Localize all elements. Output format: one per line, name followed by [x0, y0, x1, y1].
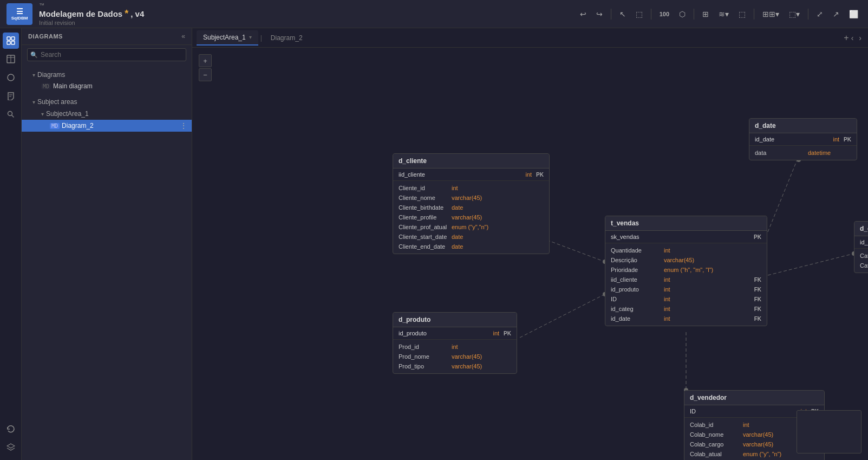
fit-button[interactable]: ⬡: [676, 8, 689, 21]
canvas-tab-subject-area-1[interactable]: SubjectArea_1 ▾: [197, 30, 258, 46]
canvas-tab-diagram-2[interactable]: Diagram_2: [264, 31, 309, 45]
toolbar-separator-4: [754, 9, 754, 20]
canvas-tab-dropdown-icon[interactable]: ▾: [249, 34, 252, 40]
table-row: Prod_idint: [393, 342, 517, 352]
tree-item-label-main: Main diagram: [53, 82, 187, 90]
select-button[interactable]: ⬚: [632, 8, 646, 21]
table-row: Cliente_nomevarchar(45): [393, 193, 549, 203]
tree-section-header-subject-areas[interactable]: ▾ Subject areas: [22, 96, 192, 108]
table-row: Cliente_profilevarchar(45): [393, 212, 549, 222]
table-header-d-date: d_date: [749, 119, 857, 133]
app-logo-icon: ☰: [16, 8, 23, 15]
tree-item-main-diagram[interactable]: MD Main diagram: [22, 81, 192, 92]
share-button[interactable]: ↗: [830, 8, 843, 21]
table-row: Prioridadeenum ("h", "m", "l"): [605, 265, 767, 275]
main-content: DIAGRAMS « 🔍 ▾ Diagrams MD: [0, 28, 868, 460]
app-logo-label: SqlDBM: [11, 16, 28, 21]
table-t-vendas[interactable]: t_vendas sk_vendas PK Quantidadeint Desc…: [605, 216, 767, 326]
table-body-d-produto: Prod_idint Prod_nomevarchar(45) Prod_tip…: [393, 340, 517, 373]
redo-button[interactable]: ↪: [593, 8, 606, 21]
diagrams-panel: DIAGRAMS « 🔍 ▾ Diagrams MD: [22, 28, 192, 460]
sidebar-icon-diagrams[interactable]: [3, 33, 19, 49]
table-row: IDintFK: [605, 294, 767, 304]
cursor-button[interactable]: ↖: [616, 8, 629, 21]
table-body-d-date: datadatetime: [749, 146, 857, 160]
undo-button[interactable]: ↩: [577, 8, 590, 21]
table-row: Categ_idint: [854, 251, 868, 261]
expand-button[interactable]: ⤢: [813, 8, 826, 21]
tree-item-diagram-2[interactable]: MD Diagram_2 ⋮: [22, 120, 192, 132]
table-row: Categ_namevarchar(45): [854, 261, 868, 270]
table-add-button[interactable]: ⊞: [699, 8, 712, 21]
toolbar-separator-3: [694, 9, 694, 20]
svg-point-10: [8, 112, 12, 116]
layers-icon: [6, 443, 15, 452]
table-row: Cliente_start_datedate: [393, 232, 549, 242]
table-body-d-cliente: Cliente_idint Cliente_nomevarchar(45) Cl…: [393, 181, 549, 254]
canvas-viewport[interactable]: + −: [192, 48, 868, 460]
window-button[interactable]: ⬜: [846, 8, 862, 21]
tree-section-header-subject-area-1[interactable]: ▾ SubjectArea_1: [22, 108, 192, 120]
table-header-d-categoria: d_categoria: [854, 222, 868, 236]
notes-icon: [6, 92, 15, 100]
tree-section-header-diagrams[interactable]: ▾ Diagrams: [22, 69, 192, 81]
table-row: Quantidadeint: [605, 245, 767, 255]
canvas-controls: + −: [199, 54, 212, 81]
table-pk-row-d-date: id_date int PK: [749, 133, 857, 146]
arrange-button[interactable]: ≋▾: [715, 8, 732, 21]
panel-header: DIAGRAMS «: [22, 28, 192, 45]
canvas-tab-add-button[interactable]: +: [844, 33, 849, 43]
table-d-categoria[interactable]: d_categoria id_categ int PK Categ_idint …: [854, 221, 868, 273]
sidebar-icon-layers[interactable]: [3, 439, 19, 456]
canvas-tab-nav: ‹ ›: [849, 33, 864, 43]
table-row: Cliente_birthdatedate: [393, 203, 549, 212]
tree-section-label-diagrams: Diagrams: [37, 71, 65, 79]
table-d-cliente[interactable]: d_cliente iid_cliente int PK Cliente_idi…: [393, 153, 550, 254]
canvas-zoom-out-button[interactable]: −: [199, 68, 212, 81]
layout-button[interactable]: ⬚▾: [786, 8, 803, 21]
zoom100-button[interactable]: 100: [656, 9, 673, 20]
item-type-badge-diagram2: MD: [50, 123, 60, 129]
canvas-tab-separator: |: [260, 34, 262, 42]
app-logo[interactable]: ☰ SqlDBM: [6, 3, 32, 25]
svg-line-11: [11, 115, 14, 118]
sidebar-icon-tables[interactable]: [3, 51, 19, 67]
toolbar-separator-1: [611, 9, 611, 20]
tree-item-more-icon[interactable]: ⋮: [180, 121, 187, 130]
canvas-area: SubjectArea_1 ▾ | Diagram_2 + ‹ › +: [192, 28, 868, 460]
table-body-d-categoria: Categ_idint Categ_namevarchar(45): [854, 249, 868, 273]
sidebar-icon-notes[interactable]: [3, 88, 19, 104]
chevron-down-icon-3: ▾: [41, 111, 44, 117]
export-button[interactable]: ⬚: [735, 8, 749, 21]
table-pk-row-d-cliente: iid_cliente int PK: [393, 169, 549, 181]
sidebar-icon-objects[interactable]: [3, 69, 19, 86]
table-row: datadatetime: [749, 148, 857, 158]
toolbar-separator-2: [651, 9, 651, 20]
grid-button[interactable]: ⊞⊞▾: [759, 8, 782, 21]
svg-line-13: [547, 240, 605, 262]
canvas-tab-nav-prev[interactable]: ‹: [849, 33, 856, 43]
table-header-d-vendedor: d_vendedor: [684, 391, 824, 405]
diagrams-icon: [6, 36, 15, 45]
minimap[interactable]: [797, 410, 862, 453]
table-header-d-cliente: d_cliente: [393, 154, 549, 169]
top-bar: ☰ SqlDBM ™ Modelagem de Dados * , v4 Ini…: [0, 0, 868, 28]
table-d-date[interactable]: d_date id_date int PK datadatetime: [749, 118, 857, 160]
search-icon-sidebar: [6, 110, 15, 119]
project-name: Modelagem de Dados: [39, 9, 122, 18]
history-icon: [6, 425, 15, 433]
table-row: Cliente_prof_atualenum ("y","n"): [393, 222, 549, 232]
table-row: id_dateintFK: [605, 314, 767, 323]
chevron-down-icon-2: ▾: [32, 99, 35, 105]
table-d-produto[interactable]: d_produto id_produto int PK Prod_idint P…: [393, 312, 517, 374]
search-input[interactable]: [27, 48, 186, 61]
table-row: Cliente_idint: [393, 183, 549, 193]
tree-section-label-subject-areas: Subject areas: [37, 98, 77, 106]
canvas-zoom-in-button[interactable]: +: [199, 54, 212, 67]
unsaved-indicator: *: [125, 8, 128, 20]
canvas-tab-nav-next[interactable]: ›: [857, 33, 864, 43]
sidebar-icon-history[interactable]: [3, 421, 19, 437]
panel-collapse-button[interactable]: «: [181, 33, 185, 40]
sidebar-icon-search[interactable]: [3, 106, 19, 122]
project-version: , v4: [130, 9, 144, 18]
